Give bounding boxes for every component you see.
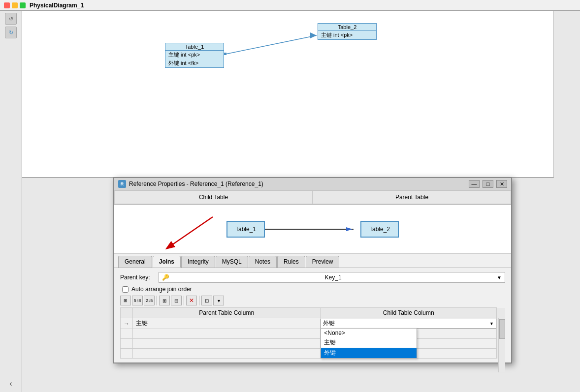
col-child: Child Table Column bbox=[321, 308, 497, 318]
parent-key-label: Parent key: bbox=[120, 274, 155, 281]
row1-arrow: → bbox=[121, 318, 133, 329]
tab-general[interactable]: General bbox=[118, 256, 152, 268]
modal-maximize-btn[interactable]: □ bbox=[483, 180, 493, 188]
modal-diagram-area: Table_1 Table_2 bbox=[114, 205, 511, 254]
mini-table2[interactable]: Table_2 bbox=[360, 221, 399, 238]
minimize-icon[interactable] bbox=[12, 2, 18, 8]
join-table-container: Parent Table Column Child Table Column →… bbox=[120, 307, 505, 359]
canvas-area: Table_2 主键 int <pk> Table_1 主键 int <pk> … bbox=[22, 11, 580, 392]
sort-desc-btn[interactable]: 2↓5 bbox=[144, 296, 155, 305]
key-icon: 🔑 bbox=[162, 274, 169, 281]
paste-dropdown-btn[interactable]: ▾ bbox=[213, 296, 224, 305]
close-icon[interactable] bbox=[4, 2, 10, 8]
parent-table-header: Parent Table bbox=[313, 190, 511, 204]
child-table-header: Child Table bbox=[114, 190, 313, 204]
table2-box[interactable]: Table_2 主键 int <pk> bbox=[318, 23, 377, 40]
sort-btn[interactable]: 5↑8 bbox=[132, 296, 143, 305]
collapse-arrow[interactable]: ‹ bbox=[9, 379, 12, 388]
table1-box[interactable]: Table_1 主键 int <pk> 外键 int <fk> bbox=[165, 43, 224, 68]
row4-parent bbox=[133, 349, 321, 359]
tool-icon-1[interactable]: ↺ bbox=[5, 13, 17, 25]
delete-btn[interactable]: ✕ bbox=[186, 296, 197, 305]
modal-close-btn[interactable]: ✕ bbox=[496, 180, 507, 188]
copy-btn[interactable]: ⊡ bbox=[201, 296, 212, 305]
connection-arrow-line bbox=[265, 229, 354, 230]
row4-arrow bbox=[121, 349, 133, 359]
parent-key-row: Parent key: 🔑 Key_1 ▼ bbox=[120, 272, 505, 283]
expand-btn[interactable]: ⊟ bbox=[171, 296, 182, 305]
dropdown-none[interactable]: <None> bbox=[321, 329, 417, 337]
left-sidebar: ↺ ↻ ‹ bbox=[0, 11, 22, 392]
auto-arrange-row: Auto arrange join order bbox=[122, 286, 505, 293]
auto-arrange-checkbox[interactable] bbox=[122, 286, 129, 293]
tab-notes[interactable]: Notes bbox=[249, 256, 277, 268]
table-header-section: Child Table Parent Table bbox=[114, 190, 511, 205]
app-title: PhysicalDiagram_1 bbox=[30, 2, 84, 9]
modal-icon: R bbox=[118, 180, 126, 188]
col-scroll bbox=[497, 308, 505, 318]
svg-line-4 bbox=[173, 217, 213, 244]
modal-title-bar: R Reference Properties - Reference_1 (Re… bbox=[114, 178, 511, 190]
dropdown-pk[interactable]: 主键 bbox=[321, 337, 417, 348]
add-row-btn[interactable]: ⊞ bbox=[120, 296, 131, 305]
child-column-value: 外键 bbox=[323, 319, 335, 328]
col-parent: Parent Table Column bbox=[133, 308, 321, 318]
modal-title-text: Reference Properties - Reference_1 (Refe… bbox=[129, 181, 466, 187]
tab-content-joins: Parent key: 🔑 Key_1 ▼ Auto arrange join … bbox=[114, 268, 511, 362]
diagram-arrow-container: Table_1 Table_2 bbox=[226, 221, 399, 238]
tab-preview[interactable]: Preview bbox=[306, 256, 340, 268]
modal-dialog: R Reference Properties - Reference_1 (Re… bbox=[113, 177, 512, 363]
tabs-bar: General Joins Integrity MySQL Notes Rule… bbox=[114, 254, 511, 268]
join-row-2 bbox=[121, 329, 505, 339]
move-up-btn[interactable]: ⊞ bbox=[159, 296, 170, 305]
join-row-4 bbox=[121, 349, 505, 359]
col-arrow bbox=[121, 308, 133, 318]
tab-mysql[interactable]: MySQL bbox=[216, 256, 248, 268]
title-bar: PhysicalDiagram_1 bbox=[0, 0, 580, 11]
dropdown-arrow-icon: ▼ bbox=[497, 275, 502, 280]
child-column-dropdown[interactable]: <None> 主键 外键 bbox=[321, 328, 417, 359]
mini-table1[interactable]: Table_1 bbox=[226, 221, 265, 238]
join-row-3 bbox=[121, 339, 505, 349]
table1-header: Table_1 bbox=[165, 43, 224, 51]
row2-parent bbox=[133, 329, 321, 339]
row1-parent: 主键 bbox=[133, 318, 321, 329]
table1-row1: 主键 int <pk> bbox=[165, 51, 224, 59]
separator-1 bbox=[157, 296, 157, 305]
row1-child-cell[interactable]: 外键 ▼ <None> 主键 外键 bbox=[321, 318, 497, 329]
tab-rules[interactable]: Rules bbox=[277, 256, 305, 268]
modal-minimize-btn[interactable]: — bbox=[469, 180, 480, 188]
row3-arrow bbox=[121, 339, 133, 349]
row2-arrow bbox=[121, 329, 133, 339]
separator-2 bbox=[184, 296, 184, 305]
table2-header: Table_2 bbox=[318, 24, 376, 31]
auto-arrange-label: Auto arrange join order bbox=[131, 286, 192, 293]
child-dropdown-arrow[interactable]: ▼ bbox=[489, 321, 494, 326]
table-scrollbar[interactable] bbox=[498, 318, 505, 372]
dropdown-fk[interactable]: 外键 bbox=[321, 348, 417, 358]
parent-key-dropdown[interactable]: 🔑 Key_1 ▼ bbox=[159, 272, 505, 283]
tool-icon-2[interactable]: ↻ bbox=[5, 27, 17, 38]
red-arrow-svg bbox=[134, 207, 232, 251]
row3-parent bbox=[133, 339, 321, 349]
join-row-1: → 主键 外键 ▼ <No bbox=[121, 318, 505, 329]
window-controls[interactable] bbox=[4, 2, 26, 8]
tab-joins[interactable]: Joins bbox=[153, 256, 181, 268]
table2-row1: 主键 int <pk> bbox=[318, 31, 376, 39]
join-table: Parent Table Column Child Table Column →… bbox=[120, 307, 505, 359]
separator-3 bbox=[199, 296, 199, 305]
svg-marker-6 bbox=[346, 227, 353, 231]
tab-integrity[interactable]: Integrity bbox=[181, 256, 215, 268]
canvas-background bbox=[22, 11, 554, 178]
scrollbar-thumb[interactable] bbox=[499, 319, 505, 339]
maximize-icon[interactable] bbox=[20, 2, 26, 8]
joins-toolbar: ⊞ 5↑8 2↓5 ⊞ ⊟ ✕ ⊡ ▾ bbox=[120, 296, 505, 305]
table1-row2: 外键 int <fk> bbox=[165, 59, 224, 67]
parent-key-value: Key_1 bbox=[325, 274, 342, 281]
